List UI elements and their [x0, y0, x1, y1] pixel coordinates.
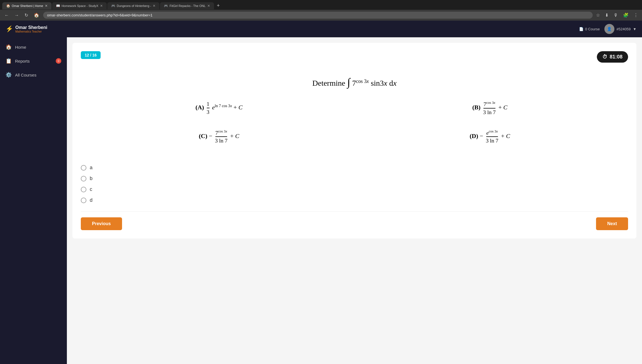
tab-4[interactable]: 🎮 FitGirl Repacks - The ONL ✕ — [160, 2, 214, 9]
reports-icon: 📋 — [6, 58, 12, 64]
timer-badge: ⏱ 81:08 — [597, 51, 628, 63]
back-button[interactable]: ← — [3, 12, 11, 19]
tab-favicon-3: 🎮 — [111, 4, 115, 8]
sidebar-item-all-courses[interactable]: ⚙️ All Courses — [0, 68, 67, 82]
sidebar-courses-label: All Courses — [15, 73, 37, 77]
sidebar-home-label: Home — [15, 45, 26, 50]
timer-value: 81:08 — [610, 54, 622, 60]
timer-icon: ⏱ — [602, 54, 607, 60]
bookmark-button[interactable]: ☆ — [595, 11, 601, 19]
forward-button[interactable]: → — [13, 12, 21, 19]
radio-label-d: d — [90, 197, 93, 203]
math-question: Determine ∫ 7cos 3x sin3x dx — [86, 76, 622, 88]
mic-button[interactable]: 🎙 — [612, 12, 619, 19]
fraction-b: 7cos 3x 3 ln 7 — [483, 101, 496, 115]
radio-options: a b c d — [81, 165, 628, 203]
radio-option-c[interactable]: c — [81, 186, 628, 192]
download-button[interactable]: ⬇ — [604, 11, 610, 19]
tab-favicon-2: 📖 — [56, 4, 60, 8]
home-icon: 🏠 — [6, 44, 12, 50]
tabs-bar: 🏠 Omar Sherbeni | Home ✕ 📖 Homework Spac… — [0, 0, 642, 10]
tab-1[interactable]: 🏠 Omar Sherbeni | Home ✕ — [2, 2, 52, 9]
tab-close-4[interactable]: ✕ — [207, 4, 210, 8]
courses-icon: ⚙️ — [6, 72, 12, 78]
app-container: 🏠 Home 📋 Reports 0 ⚙️ All Courses 12 / 1… — [0, 37, 642, 364]
avatar: 👤 — [604, 24, 614, 34]
sidebar: 🏠 Home 📋 Reports 0 ⚙️ All Courses — [0, 37, 67, 364]
radio-label-a: a — [90, 165, 93, 171]
radio-option-d[interactable]: d — [81, 197, 628, 203]
tab-title-4: FitGirl Repacks - The ONL — [169, 4, 205, 8]
previous-button[interactable]: Previous — [81, 217, 122, 230]
question-progress-badge: 12 / 16 — [81, 51, 101, 59]
reload-button[interactable]: ↻ — [23, 11, 30, 19]
tab-title-3: Dungeons of Hinterberg - — [117, 4, 151, 8]
tab-title-2: Homework Space - StudyX — [62, 4, 98, 8]
header-right: 📄 0 Course 👤 #524059 ▼ — [579, 24, 636, 34]
radio-circle-b[interactable] — [81, 176, 86, 181]
fraction-c: 7cos 3x 3 ln 7 — [215, 129, 227, 144]
extension-button[interactable]: 🧩 — [622, 11, 630, 19]
logo-subtitle: Mathematics Teacher — [15, 30, 47, 33]
radio-option-a[interactable]: a — [81, 165, 628, 171]
option-a-math: (A) 1 3 eln 7 cos 3x + C — [86, 97, 352, 120]
logo-text: Omar Sherbeni — [15, 25, 47, 30]
quiz-card: 12 / 16 ⏱ 81:08 Determine ∫ 7cos 3x sin3… — [72, 43, 636, 238]
sidebar-item-reports[interactable]: 📋 Reports 0 — [0, 54, 67, 68]
radio-label-b: b — [90, 176, 93, 181]
radio-label-c: c — [90, 186, 92, 192]
option-d-math: (D) − ecos 3x 3 ln 7 + C — [357, 125, 622, 148]
tab-3[interactable]: 🎮 Dungeons of Hinterberg - ✕ — [107, 2, 160, 9]
tab-favicon-1: 🏠 — [6, 4, 10, 8]
course-count: 📄 0 Course — [579, 27, 600, 31]
next-button[interactable]: Next — [596, 217, 628, 230]
user-id: #524059 — [617, 27, 631, 31]
fraction-d: ecos 3x 3 ln 7 — [486, 129, 498, 144]
logo-icon: ⚡ — [6, 25, 13, 33]
tab-close-1[interactable]: ✕ — [45, 4, 48, 8]
tab-favicon-4: 🎮 — [164, 4, 168, 8]
question-content: Determine ∫ 7cos 3x sin3x dx (A) 1 3 eln… — [81, 70, 628, 159]
menu-button[interactable]: ⋮ — [633, 11, 639, 19]
option-b-math: (B) 7cos 3x 3 ln 7 + C — [357, 97, 622, 120]
radio-circle-c[interactable] — [81, 187, 86, 192]
logo-text-area: Omar Sherbeni Mathematics Teacher — [15, 25, 47, 33]
nav-buttons: Previous Next — [81, 211, 628, 230]
tab-title-1: Omar Sherbeni | Home — [12, 4, 43, 8]
radio-option-b[interactable]: b — [81, 176, 628, 181]
sidebar-item-home[interactable]: 🏠 Home — [0, 40, 67, 54]
radio-circle-a[interactable] — [81, 165, 86, 171]
tab-close-3[interactable]: ✕ — [153, 4, 155, 8]
main-content: 12 / 16 ⏱ 81:08 Determine ∫ 7cos 3x sin3… — [67, 37, 642, 364]
course-count-text: 0 Course — [585, 27, 600, 31]
nav-bar: ← → ↻ 🏠 ☆ ⬇ 🎙 🧩 ⋮ — [0, 10, 642, 21]
math-options: (A) 1 3 eln 7 cos 3x + C (B) 7cos 3x 3 l… — [86, 97, 622, 148]
new-tab-button[interactable]: + — [215, 2, 222, 10]
radio-circle-d[interactable] — [81, 198, 86, 203]
option-c-math: (C) − 7cos 3x 3 ln 7 + C — [86, 125, 352, 148]
nav-actions: ☆ ⬇ 🎙 🧩 ⋮ — [595, 11, 639, 19]
reports-badge: 0 — [56, 58, 61, 64]
sidebar-reports-label: Reports — [15, 59, 30, 63]
logo-area: ⚡ Omar Sherbeni Mathematics Teacher — [6, 25, 47, 33]
browser-chrome: 🏠 Omar Sherbeni | Home ✕ 📖 Homework Spac… — [0, 0, 642, 21]
address-bar[interactable] — [43, 12, 593, 19]
home-nav-button[interactable]: 🏠 — [32, 11, 41, 19]
user-info[interactable]: 👤 #524059 ▼ — [604, 24, 637, 34]
dropdown-chevron-icon[interactable]: ▼ — [633, 27, 636, 31]
course-icon: 📄 — [579, 27, 583, 31]
tab-close-2[interactable]: ✕ — [100, 4, 103, 8]
app-header: ⚡ Omar Sherbeni Mathematics Teacher 📄 0 … — [0, 21, 642, 37]
tab-2[interactable]: 📖 Homework Space - StudyX ✕ — [52, 2, 107, 9]
fraction-a: 1 3 — [207, 101, 210, 115]
